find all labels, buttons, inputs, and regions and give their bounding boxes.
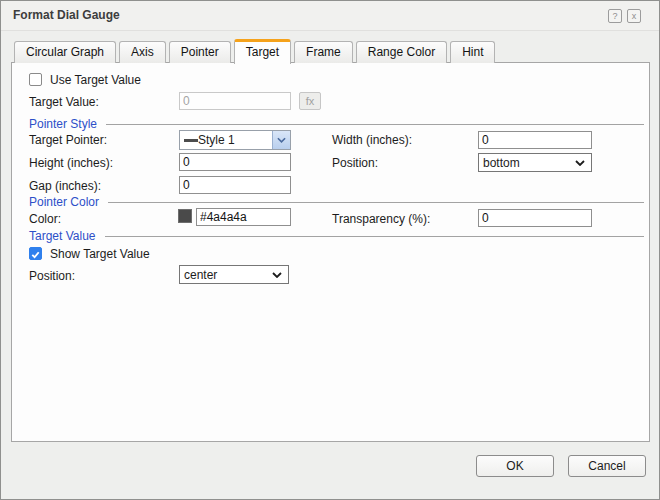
chevron-down-icon (272, 272, 282, 278)
tab-hint[interactable]: Hint (450, 41, 495, 63)
pointer-position-value: bottom (483, 156, 520, 170)
target-pointer-value: Style 1 (198, 133, 235, 147)
target-value-input[interactable] (179, 92, 291, 110)
color-swatch[interactable] (178, 209, 192, 223)
pointer-color-section-header: Pointer Color (29, 196, 644, 209)
value-position-value: center (184, 268, 217, 282)
tab-frame[interactable]: Frame (294, 41, 353, 63)
tab-target[interactable]: Target (234, 39, 291, 64)
value-position-label: Position: (29, 268, 75, 284)
line-style-icon (184, 139, 198, 142)
use-target-value-checkbox[interactable] (29, 73, 42, 86)
pointer-color-section-title: Pointer Color (29, 196, 99, 209)
ok-button[interactable]: OK (476, 455, 554, 477)
tab-axis[interactable]: Axis (119, 41, 166, 63)
width-inches-label: Width (inches): (332, 132, 412, 148)
height-inches-input[interactable] (179, 153, 291, 171)
show-target-value-checkbox[interactable] (29, 247, 42, 260)
fx-formula-button[interactable]: fx (299, 92, 321, 110)
chevron-down-icon (277, 137, 286, 143)
target-value-section-header: Target Value (29, 230, 644, 243)
section-rule (105, 236, 645, 237)
transparency-label: Transparency (%): (332, 211, 430, 227)
tab-range-color[interactable]: Range Color (356, 41, 447, 63)
tab-content-panel: Use Target Value Target Value: fx Pointe… (11, 62, 650, 442)
pointer-position-label: Position: (332, 155, 378, 171)
format-dial-gauge-dialog: Format Dial Gauge ? x Circular Graph Axi… (0, 0, 660, 500)
use-target-value-label: Use Target Value (50, 72, 141, 88)
color-value-input[interactable] (196, 208, 291, 226)
color-label: Color: (29, 211, 61, 227)
tab-circular-graph[interactable]: Circular Graph (14, 41, 116, 63)
tab-pointer[interactable]: Pointer (169, 41, 231, 63)
close-icon[interactable]: x (627, 9, 641, 23)
target-pointer-label: Target Pointer: (29, 132, 107, 148)
tab-bar: Circular Graph Axis Pointer Target Frame… (14, 38, 495, 63)
dialog-title: Format Dial Gauge (13, 8, 120, 22)
pointer-style-section-header: Pointer Style (29, 118, 644, 131)
chevron-down-icon (575, 160, 585, 166)
pointer-style-section-title: Pointer Style (29, 118, 97, 131)
titlebar: Format Dial Gauge ? x (1, 1, 659, 31)
target-value-label: Target Value: (29, 94, 99, 110)
combo-arrow-button[interactable] (272, 131, 290, 149)
height-inches-label: Height (inches): (29, 155, 113, 171)
pointer-position-select[interactable]: bottom (478, 153, 592, 172)
help-icon[interactable]: ? (608, 9, 622, 23)
gap-inches-label: Gap (inches): (29, 178, 101, 194)
target-value-section-title: Target Value (29, 230, 96, 243)
gap-inches-input[interactable] (179, 176, 291, 194)
value-position-select[interactable]: center (179, 265, 289, 284)
section-rule (108, 202, 644, 203)
cancel-button[interactable]: Cancel (568, 455, 646, 477)
show-target-value-label: Show Target Value (50, 246, 150, 262)
transparency-input[interactable] (478, 209, 592, 227)
target-pointer-select[interactable]: Style 1 (179, 130, 291, 150)
width-inches-input[interactable] (478, 131, 592, 149)
checkmark-icon (30, 249, 41, 260)
section-rule (106, 124, 644, 125)
